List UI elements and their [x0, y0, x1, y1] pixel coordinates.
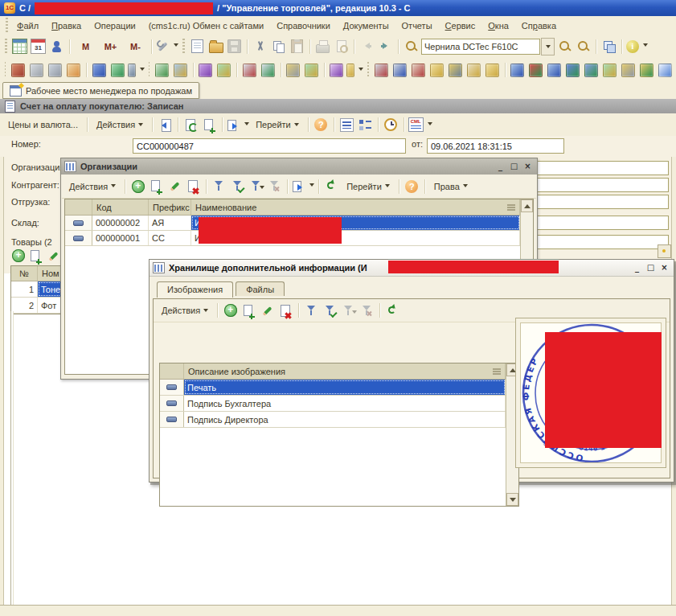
date-input[interactable]: [427, 138, 564, 154]
help-button[interactable]: [313, 116, 330, 133]
return-monitor-button[interactable]: [546, 61, 563, 79]
supplier-cart-button[interactable]: [391, 61, 408, 79]
materials-button[interactable]: [465, 61, 482, 79]
close-button[interactable]: ×: [658, 262, 670, 273]
prices-currency-button[interactable]: Цены и валюта...: [3, 117, 83, 132]
new-document-button[interactable]: [189, 38, 206, 55]
table-row[interactable]: Подпись Бухгалтера: [160, 396, 506, 412]
toolbar-grip[interactable]: [367, 62, 368, 78]
toolbar-grip[interactable]: [182, 39, 185, 55]
marker-column-header[interactable]: [160, 363, 184, 379]
sales-exchange-button[interactable]: [241, 61, 258, 79]
open-button[interactable]: [207, 38, 224, 55]
menu-item-4[interactable]: Справочники: [270, 18, 337, 33]
goods-arrow-button[interactable]: [638, 61, 655, 79]
combo-dropdown-button[interactable]: [541, 38, 555, 55]
goods-col-num[interactable]: №: [11, 266, 38, 281]
toolbar-grip[interactable]: [5, 39, 7, 55]
settings-button[interactable]: [156, 38, 178, 55]
copy-add-button[interactable]: [240, 302, 257, 319]
forward-button[interactable]: [377, 38, 394, 55]
invoice-window-titlebar[interactable]: Счет на оплату покупателю: Записан: [0, 99, 676, 114]
print-button[interactable]: [314, 38, 331, 55]
copy-add-button[interactable]: [148, 178, 165, 195]
edit-button[interactable]: [259, 302, 276, 319]
tab-files[interactable]: Файлы: [236, 281, 285, 296]
copy-button[interactable]: [270, 38, 287, 55]
coins-updown-button[interactable]: [215, 61, 232, 79]
description-column-header[interactable]: Описание изображения: [184, 363, 506, 379]
menu-item-3[interactable]: (cms1c.ru) Обмен с сайтами: [142, 18, 270, 33]
hammer-money-button[interactable]: [285, 61, 301, 79]
cut-button[interactable]: [252, 38, 268, 55]
memory-button[interactable]: M: [74, 38, 97, 55]
filter-by-value-button[interactable]: [322, 302, 338, 319]
copy-add-button[interactable]: [201, 116, 218, 133]
cash-table-button[interactable]: [109, 61, 126, 79]
purchase-exchange-button[interactable]: [260, 61, 277, 79]
create-based-on-button[interactable]: [292, 178, 314, 195]
minimize-button[interactable]: _: [631, 262, 643, 273]
find-next-button[interactable]: [556, 38, 573, 55]
counterparties-button[interactable]: [91, 61, 108, 79]
memory-minus-button[interactable]: M-: [124, 38, 147, 55]
assistant-button[interactable]: [328, 61, 345, 79]
print-preview-button[interactable]: [333, 38, 350, 55]
transfer-out-button[interactable]: [583, 61, 600, 79]
edit-row-icon[interactable]: [47, 249, 60, 263]
buyer-invoice-button[interactable]: [410, 61, 427, 79]
organizations-titlebar[interactable]: Организации _ □ ×: [61, 158, 537, 175]
find-prev-button[interactable]: [575, 38, 592, 55]
document-structure-button[interactable]: [338, 116, 355, 133]
table-row[interactable]: Печать: [160, 380, 506, 396]
post-document-button[interactable]: [157, 116, 174, 133]
actions-button[interactable]: Действия: [157, 303, 213, 318]
refresh-document-button[interactable]: [182, 116, 199, 133]
doc-exchange-button[interactable]: [154, 61, 170, 79]
maximize-button[interactable]: □: [645, 262, 657, 273]
sort-icon[interactable]: [493, 368, 501, 375]
delete-button[interactable]: [277, 302, 294, 319]
save-button[interactable]: [226, 38, 243, 55]
filter-history-button[interactable]: [340, 302, 357, 319]
print-money-button[interactable]: [28, 61, 45, 79]
maximize-button[interactable]: □: [508, 161, 520, 172]
menu-item-2[interactable]: Операции: [88, 18, 141, 33]
archive-cabinet-button[interactable]: [10, 61, 27, 79]
clear-filter-button[interactable]: [358, 302, 375, 319]
add-button[interactable]: [129, 178, 146, 195]
info-button[interactable]: i: [626, 38, 648, 55]
toolbar-grip[interactable]: [5, 62, 6, 78]
subordination-button[interactable]: [357, 116, 374, 133]
clear-filter-button[interactable]: [266, 178, 283, 195]
filter-settings-button[interactable]: [211, 178, 227, 195]
rights-button[interactable]: Права: [429, 179, 473, 194]
sort-icon[interactable]: [507, 204, 515, 211]
filter-settings-button[interactable]: [303, 302, 320, 319]
paste-button[interactable]: [289, 38, 305, 55]
menu-item-7[interactable]: Сервис: [439, 18, 482, 33]
report-page-button[interactable]: [620, 61, 637, 79]
coins-stack-button[interactable]: [428, 61, 445, 79]
print-document-button[interactable]: [47, 61, 64, 79]
refresh-button[interactable]: [323, 178, 340, 195]
toolbar-grip[interactable]: [6, 18, 8, 34]
marker-column-header[interactable]: [65, 199, 92, 215]
menu-item-0[interactable]: Файл: [10, 18, 45, 33]
goto-button[interactable]: Перейти: [251, 117, 304, 132]
copy-row-icon[interactable]: [29, 249, 43, 263]
calendar-button[interactable]: 31: [30, 38, 47, 55]
quick-search-combobox[interactable]: Чернила DCTec F610C: [421, 39, 555, 55]
refresh-button[interactable]: [384, 302, 401, 319]
tab-sales-manager-workspace[interactable]: Рабочее место менеджера по продажам: [2, 82, 199, 99]
transfer-in-button[interactable]: [564, 61, 581, 79]
select-button[interactable]: [658, 244, 671, 258]
user-lock-button[interactable]: [48, 38, 65, 55]
app-titlebar[interactable]: 1С С / / "Управление торговлей", редакци…: [0, 0, 676, 16]
delete-button[interactable]: [185, 178, 202, 195]
buyer-cart-button[interactable]: [373, 61, 390, 79]
cml-export-button[interactable]: CML: [408, 116, 432, 133]
close-button[interactable]: ×: [522, 161, 534, 172]
create-based-on-button[interactable]: [227, 116, 249, 133]
money-turnover-button[interactable]: [601, 61, 618, 79]
